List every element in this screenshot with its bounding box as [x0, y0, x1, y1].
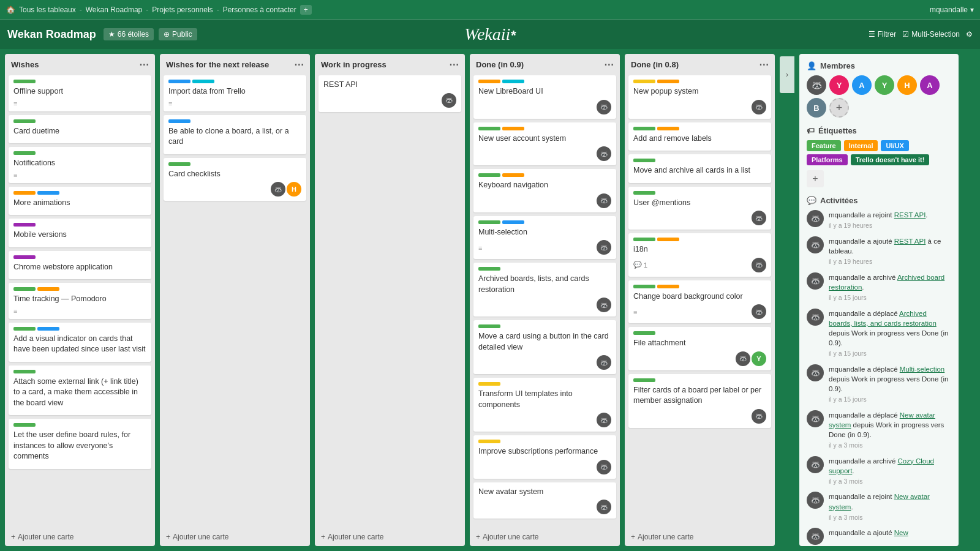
list-done08-menu[interactable]: ⋯ [759, 59, 769, 70]
multi-select-label: Multi-Selection [911, 30, 960, 39]
nav-project[interactable]: Projets personnels [152, 6, 213, 14]
card-wn2[interactable]: Be able to clone a board, a list, or a c… [164, 115, 306, 154]
home-icon[interactable]: 🏠 [6, 6, 15, 14]
card-d6-title: Move a card using a button in the card d… [478, 331, 611, 353]
card-w7-title: Time tracking — Pomodoro [13, 294, 146, 305]
card-w2[interactable]: Card duetime [9, 115, 151, 144]
activity-time-4: il y a 15 jours [829, 349, 951, 358]
list-wishes-next-title: Wishes for the next release [166, 60, 269, 69]
card-e4[interactable]: User @mentions 🦝 [628, 187, 771, 230]
member-add-btn[interactable]: + [829, 98, 849, 118]
card-e8[interactable]: Filter cards of a board per label or per… [628, 374, 771, 428]
add-card-wip[interactable]: + Ajouter une carte [315, 528, 465, 546]
member-avatar-A2[interactable]: A [920, 75, 940, 95]
visibility-button[interactable]: ⊕ Public [159, 28, 197, 40]
activity-link-8[interactable]: New avatar system [829, 493, 930, 510]
card-d3[interactable]: Keyboard navigation 🦝 [473, 169, 616, 212]
card-w9-title: Attach some external link (+ link title)… [13, 377, 146, 409]
nav-sep-1: - [80, 6, 82, 14]
activity-link-7[interactable]: Cozy Cloud support [829, 457, 934, 474]
activity-avatar-2: 🦝 [807, 236, 824, 253]
activity-link-3[interactable]: Archived board restoration [829, 274, 944, 291]
nav-current-board[interactable]: Wekan Roadmap [86, 6, 143, 14]
list-wip-cards: REST API 🦝 [315, 75, 465, 528]
nav-all-boards[interactable]: Tous les tableaux [19, 6, 76, 14]
card-d1[interactable]: New LibreBoard UI 🦝 [473, 75, 616, 119]
list-wishes-menu[interactable]: ⋯ [139, 59, 149, 70]
star-count: 66 étoiles [118, 30, 149, 39]
card-w6[interactable]: Chrome webstore application [9, 251, 151, 280]
card-d7[interactable]: Transform UI templates into components 🦝 [473, 378, 616, 432]
add-card-wishes-next[interactable]: + Ajouter une carte [160, 528, 310, 546]
member-avatar-Y[interactable]: Y [829, 75, 849, 95]
activity-link-2[interactable]: REST API [894, 238, 926, 245]
member-avatar-B[interactable]: B [807, 98, 826, 118]
card-wip1[interactable]: REST API 🦝 [318, 75, 461, 112]
list-wip-menu[interactable]: ⋯ [449, 59, 459, 70]
activity-link-6[interactable]: New avatar system [829, 411, 935, 429]
add-card-label-3: Ajouter une carte [328, 533, 383, 541]
activity-time-3: il y a 15 jours [829, 293, 951, 302]
label-internal[interactable]: Internal [844, 140, 878, 151]
activity-link-4[interactable]: Archived boards, lists, and cards restor… [829, 310, 937, 327]
add-label-btn[interactable]: + [807, 170, 824, 187]
add-card-done08[interactable]: + Ajouter une carte [625, 528, 775, 546]
nav-contacts[interactable]: Personnes à contacter [223, 6, 296, 14]
activity-link-5[interactable]: Multi-selection [900, 365, 945, 373]
filter-button[interactable]: ☰ Filtrer [869, 30, 897, 39]
card-e5[interactable]: i18n 💬1 🦝 [628, 233, 771, 277]
card-wn3-avatar-H: H [287, 182, 301, 197]
visibility-label: Public [172, 30, 192, 39]
card-w8[interactable]: Add a visual indicator on cards that hav… [9, 323, 151, 362]
card-wn3[interactable]: Card checklists 🦝 H [164, 158, 306, 201]
add-card-wishes[interactable]: + Ajouter une carte [5, 528, 155, 546]
multi-select-button[interactable]: ☑ Multi-Selection [902, 30, 960, 39]
top-nav: 🏠 Tous les tableaux - Wekan Roadmap - Pr… [0, 0, 980, 20]
card-e3-title: Move and archive all cards in a list [633, 165, 766, 176]
card-w5[interactable]: Mobile versions [9, 219, 151, 247]
card-wn3-title: Card checklists [168, 169, 301, 180]
nav-user[interactable]: mquandalle ▾ [930, 6, 974, 14]
card-e6[interactable]: Change board background color ≡ 🦝 [628, 280, 771, 324]
board-title: Wekan Roadmap [7, 28, 96, 41]
add-card-done09[interactable]: + Ajouter une carte [470, 528, 620, 546]
card-e1[interactable]: New popup system 🦝 [628, 75, 771, 119]
card-d9[interactable]: New avatar system 🦝 [473, 482, 616, 519]
activity-link-9[interactable]: New [894, 529, 908, 536]
label-platforms[interactable]: Platforms [807, 154, 848, 165]
sidebar-toggle-btn[interactable]: › [780, 56, 794, 93]
member-avatar-raccoon[interactable]: 🦝 [807, 75, 826, 95]
activity-link-1[interactable]: REST API [894, 211, 926, 219]
filter-icon: ☰ [869, 30, 875, 39]
member-avatar-A1[interactable]: A [852, 75, 872, 95]
settings-button[interactable]: ⚙ [966, 30, 973, 39]
card-wn1[interactable]: Import data from Trello ≡ [164, 75, 306, 111]
activity-item-5: 🦝 mquandalle a déplacé Multi-selection d… [807, 364, 951, 404]
label-uiux[interactable]: UI/UX [881, 140, 908, 151]
card-d4[interactable]: Multi-selection ≡ 🦝 [473, 216, 616, 260]
list-wishes-next-menu[interactable]: ⋯ [294, 59, 304, 70]
sidebar: 👤 Membres 🦝 Y A Y H A B + 🏷 É [799, 54, 959, 546]
member-avatar-Y2[interactable]: Y [875, 75, 894, 95]
card-d6[interactable]: Move a card using a button in the card d… [473, 320, 616, 374]
label-feature[interactable]: Feature [807, 140, 841, 151]
card-d1-title: New LibreBoard UI [478, 86, 611, 97]
card-w1[interactable]: Offline support ≡ [9, 75, 151, 111]
card-e2-title: Add and remove labels [633, 133, 766, 144]
card-e7[interactable]: File attachment 🦝 Y [628, 327, 771, 370]
card-d5[interactable]: Archived boards, lists, and cards restor… [473, 263, 616, 317]
card-w10[interactable]: Let the user define board rules, for ins… [9, 419, 151, 469]
card-d8[interactable]: Improve subscriptions performance 🦝 [473, 435, 616, 479]
card-w9[interactable]: Attach some external link (+ link title)… [9, 365, 151, 416]
list-done09-menu[interactable]: ⋯ [604, 59, 614, 70]
card-d2[interactable]: New user account system 🦝 [473, 122, 616, 166]
label-trello[interactable]: Trello doesn't have it! [851, 154, 930, 165]
card-e3[interactable]: Move and archive all cards in a list [628, 154, 771, 183]
star-button[interactable]: ★ 66 étoiles [104, 28, 154, 40]
card-e2[interactable]: Add and remove labels [628, 122, 771, 151]
card-w4[interactable]: More animations [9, 187, 151, 216]
card-w3[interactable]: Notifications ≡ [9, 147, 151, 183]
member-avatar-H[interactable]: H [897, 75, 917, 95]
nav-add-btn[interactable]: + [300, 5, 312, 15]
card-w7[interactable]: Time tracking — Pomodoro ≡ [9, 283, 151, 319]
